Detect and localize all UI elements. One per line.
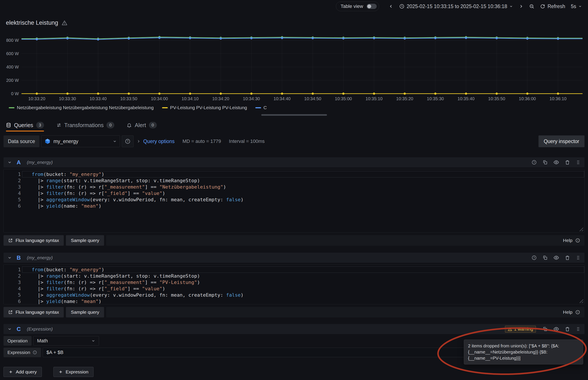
query-options-expander[interactable] (136, 139, 141, 144)
chevron-down-icon (91, 339, 95, 343)
transform-icon (56, 122, 61, 128)
svg-text:10:35:30: 10:35:30 (427, 96, 444, 101)
svg-text:10:36:00: 10:36:00 (519, 96, 536, 101)
query-help-icon[interactable]: ? (531, 255, 537, 260)
flux-code-editor-a[interactable]: 1from(bucket: "my_energy")2 |> range(sta… (3, 169, 585, 232)
time-range-back-button[interactable] (387, 3, 395, 10)
active-tab-indicator (6, 131, 44, 132)
chart-canvas[interactable]: 0 W200 W400 W600 W800 W10:33:2010:33:301… (0, 31, 588, 103)
collapse-chevron-icon[interactable] (7, 160, 12, 165)
delete-query-icon[interactable] (565, 255, 570, 260)
editor-resize-handle[interactable] (578, 227, 583, 231)
datasource-label: Data source (3, 135, 40, 147)
operation-label: Operation (3, 336, 32, 346)
query-ref-id: C (17, 326, 21, 333)
time-range-forward-button[interactable] (517, 3, 525, 10)
refresh-label: Refresh (547, 3, 565, 9)
toggle-switch[interactable] (366, 4, 377, 9)
expression-label: Expression i (3, 348, 41, 357)
query-editor-footer-b: Flux language syntax Sample query Help i (3, 307, 585, 317)
query-datasource-subtitle: (my_energy) (27, 160, 53, 165)
legend-item[interactable]: C (255, 105, 267, 110)
duplicate-query-icon[interactable] (543, 255, 548, 260)
svg-text:i: i (577, 239, 578, 242)
tab-alert[interactable]: Alert 0 (127, 122, 157, 132)
hide-response-eye-icon[interactable] (553, 159, 559, 165)
delete-query-icon[interactable] (565, 326, 570, 332)
legend-series-label: Netzübergabeleistung Netzübergabeleistun… (17, 105, 154, 110)
collapse-chevron-icon[interactable] (7, 327, 12, 331)
query-editor-footer-a: Flux language syntax Sample query Help i (3, 235, 585, 246)
svg-text:0 W: 0 W (11, 91, 19, 96)
legend-item[interactable]: Netzübergabeleistung Netzübergabeleistun… (9, 105, 154, 110)
legend-item[interactable]: PV-Leistung PV-Leistung PV-Leistung (162, 105, 247, 110)
panel-warning-icon (62, 20, 67, 26)
datasource-row: Data source my_energy ? Query options MD… (3, 135, 585, 147)
editor-resize-handle[interactable] (578, 298, 583, 303)
operation-select[interactable]: Math (33, 336, 99, 346)
chevron-down-icon (509, 5, 513, 8)
datasource-help-button[interactable]: ? (122, 135, 134, 147)
line-number: 1 (4, 171, 22, 177)
plus-icon (9, 370, 13, 374)
grafana-panel-editor: Table view 2025-02-15 10:33:15 to 2025-0… (0, 0, 588, 380)
query-row-actions: ? (531, 159, 581, 165)
expression-subtitle: (Expression) (27, 326, 53, 332)
collapse-chevron-icon[interactable] (7, 256, 12, 260)
svg-text:10:33:30: 10:33:30 (59, 96, 76, 101)
code-line: 1from(bucket: "my_energy") (4, 171, 584, 177)
svg-text:400 W: 400 W (6, 65, 19, 69)
zoom-out-button[interactable] (527, 2, 536, 10)
flux-syntax-button[interactable]: Flux language syntax (3, 235, 64, 246)
bottom-actions: Add query Expression (3, 367, 588, 377)
hide-response-eye-icon[interactable] (553, 326, 559, 332)
datasource-select[interactable]: my_energy (41, 135, 120, 147)
sample-query-button[interactable]: Sample query (66, 235, 104, 246)
query-row-actions: ? (531, 255, 581, 261)
refresh-interval-value: 5s (571, 3, 576, 9)
max-data-points-text: MD = auto = 1779 (182, 138, 221, 144)
drag-handle-icon[interactable] (576, 255, 581, 260)
delete-query-icon[interactable] (565, 160, 570, 165)
chevron-right-icon (519, 4, 523, 9)
tab-queries[interactable]: Queries 3 (6, 122, 44, 132)
add-expression-button[interactable]: Expression (53, 367, 94, 377)
footer-spacer: Help i (106, 235, 585, 246)
svg-text:10:35:50: 10:35:50 (488, 96, 505, 101)
code-line: 3 |> filter(fn: (r) => r["_measurement"]… (4, 184, 584, 190)
svg-text:10:34:10: 10:34:10 (182, 96, 199, 101)
top-toolbar: Table view 2025-02-15 10:33:15 to 2025-0… (0, 0, 588, 13)
add-query-button[interactable]: Add query (3, 367, 42, 377)
sample-query-button[interactable]: Sample query (66, 307, 104, 317)
legend-series-label: PV-Leistung PV-Leistung PV-Leistung (170, 105, 247, 110)
duplicate-query-icon[interactable] (543, 160, 548, 165)
tab-transformations[interactable]: Transformations 0 (56, 122, 115, 132)
drag-handle-icon[interactable] (576, 326, 581, 332)
time-range-picker[interactable]: 2025-02-15 10:33:15 to 2025-02-15 10:36:… (398, 2, 515, 11)
hide-response-eye-icon[interactable] (553, 255, 559, 261)
time-series-chart[interactable]: 0 W200 W400 W600 W800 W10:33:2010:33:301… (0, 31, 588, 103)
table-view-toggle[interactable]: Table view (336, 1, 379, 11)
warning-badge[interactable]: 1 warning (505, 326, 536, 333)
horizontal-scrollbar[interactable] (261, 114, 327, 116)
code-line: 3 |> filter(fn: (r) => r["_measurement"]… (4, 279, 584, 285)
expression-row-header-c: C (Expression) 1 warning (3, 324, 585, 334)
help-button[interactable]: Help i (559, 307, 585, 317)
refresh-interval-select[interactable]: 5s (569, 2, 584, 11)
toggle-knob (367, 4, 371, 8)
chevron-down-icon (113, 139, 117, 143)
query-options-link[interactable]: Query options (143, 138, 175, 144)
query-inspector-button[interactable]: Query inspector (539, 135, 585, 147)
footer-spacer: Help i (106, 307, 585, 317)
help-button[interactable]: Help i (559, 235, 585, 246)
query-row-header-a: A (my_energy) ? (3, 157, 585, 167)
refresh-button[interactable]: Refresh (538, 2, 567, 11)
duplicate-query-icon[interactable] (543, 326, 548, 332)
legend-series-color (255, 107, 261, 108)
drag-handle-icon[interactable] (576, 160, 581, 165)
query-help-icon[interactable]: ? (531, 160, 537, 165)
info-circle-icon: i (575, 310, 580, 315)
flux-syntax-button[interactable]: Flux language syntax (3, 307, 64, 317)
zoom-out-icon (529, 4, 534, 9)
warning-triangle-icon (508, 327, 512, 331)
